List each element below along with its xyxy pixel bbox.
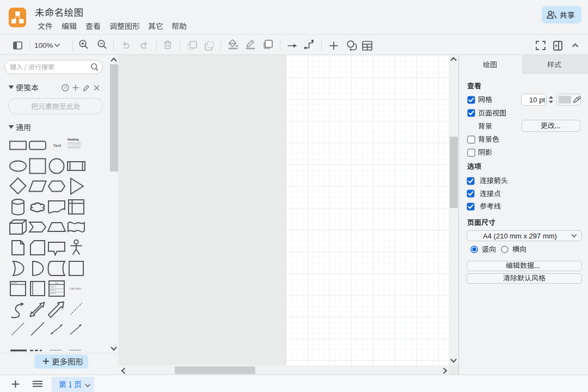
svg-text:Item 2: Item 2 — [50, 289, 56, 291]
svg-text:Item 1: Item 1 — [50, 286, 56, 288]
svg-text:List: List — [55, 281, 59, 284]
svg-text:Item 3: Item 3 — [50, 292, 56, 295]
svg-text:Heading: Heading — [68, 138, 78, 141]
svg-text:?: ? — [64, 85, 67, 90]
